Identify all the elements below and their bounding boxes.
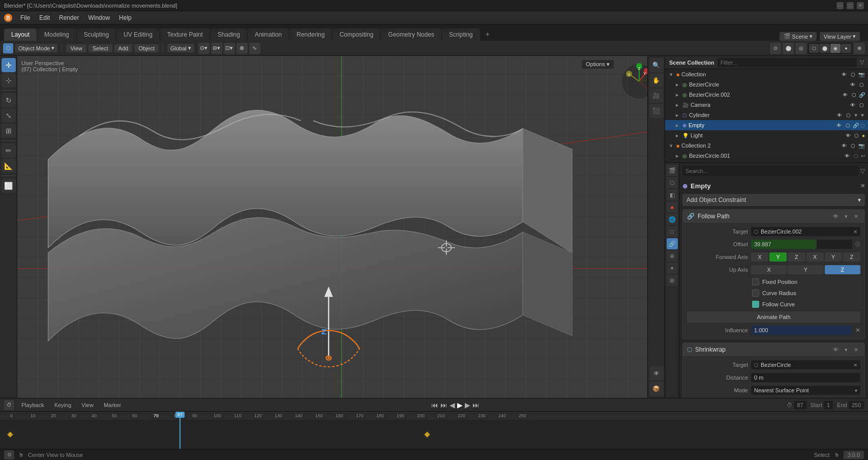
render-props-tab[interactable]: 🎬 xyxy=(667,165,678,176)
close-btn[interactable]: ✕ xyxy=(857,2,864,9)
keying-btn[interactable]: Keying xyxy=(51,401,75,409)
transport-last-btn[interactable]: ⏭ xyxy=(472,401,480,409)
scale-tool[interactable]: ⤡ xyxy=(2,108,16,123)
viewport-options-btn[interactable]: Options ▾ xyxy=(582,60,614,69)
render-region-tool[interactable]: ⬛ xyxy=(649,104,664,118)
scene-selector[interactable]: 🎬 Scene ▾ xyxy=(780,32,817,41)
pivot-btn[interactable]: ⊗ xyxy=(236,43,248,54)
xray-icon[interactable]: ◎ xyxy=(795,43,806,54)
viewport-icon[interactable]: ⬡ xyxy=(849,72,856,77)
follow-path-vis-btn[interactable]: 👁 xyxy=(831,213,841,220)
wireframe-btn[interactable]: ⬡ xyxy=(809,44,819,53)
tab-shading[interactable]: Shading xyxy=(211,28,247,41)
constraint-follow-path-header[interactable]: 🔗 Follow Path 👁 ▾ ✕ xyxy=(683,210,864,223)
arrow-icon[interactable]: ↩ xyxy=(861,153,865,159)
viewport-icon[interactable]: ⬡ xyxy=(845,112,852,118)
solid-btn[interactable]: ⬤ xyxy=(820,44,830,53)
vis-btn[interactable]: ∿ xyxy=(249,43,260,54)
snap-btn[interactable]: ⊙▾ xyxy=(198,43,209,54)
eye-icon[interactable]: 👁 xyxy=(841,72,848,77)
material-btn[interactable]: ◉ xyxy=(830,44,841,53)
transport-play-btn[interactable]: ▶ xyxy=(457,401,463,409)
view-btn[interactable]: View xyxy=(78,401,97,409)
transport-first-btn[interactable]: ⏮ xyxy=(431,401,438,409)
outliner-item-collection[interactable]: ▾ ■ Collection 👁 ⬡ 📷 xyxy=(665,69,868,79)
prop-close-btn[interactable]: ✕ xyxy=(860,183,865,189)
shading-icon[interactable]: ⊙ xyxy=(770,43,781,54)
follow-curve-checkbox[interactable]: ✓ xyxy=(752,301,759,308)
physics-props-tab[interactable]: ⊞ xyxy=(667,275,678,286)
eye-icon[interactable]: 👁 xyxy=(842,92,849,98)
constraint-icon[interactable]: 🔗 xyxy=(859,92,865,98)
measure-tool[interactable]: 📐 xyxy=(2,159,16,173)
overlay-icon[interactable]: ⬤ xyxy=(783,43,794,54)
outliner-item-beziercircle001[interactable]: ▸ ◎ BezierCircle.001 👁 ⬡ ↩ xyxy=(665,151,868,161)
zoom-tool[interactable]: 🔍 xyxy=(649,58,664,72)
cursor-tool[interactable]: ✛ xyxy=(2,58,16,72)
menu-edit[interactable]: Edit xyxy=(35,13,54,22)
global-dropdown[interactable]: Global ▾ xyxy=(167,44,194,52)
outliner-filter-btn[interactable]: ▽ xyxy=(860,59,864,66)
follow-path-chevron[interactable]: ▾ xyxy=(843,213,850,220)
axis-nz1-btn[interactable]: Z xyxy=(843,252,860,262)
tab-uv-editing[interactable]: UV Editing xyxy=(116,28,160,41)
up-axis-x-btn[interactable]: X xyxy=(751,265,787,274)
particles-props-tab[interactable]: ✦ xyxy=(667,263,678,274)
world-props-tab[interactable]: 🌐 xyxy=(667,214,678,225)
eye-icon[interactable]: 👁 xyxy=(849,82,856,88)
status-left-icon[interactable]: ⚙ xyxy=(4,450,14,459)
menu-file[interactable]: File xyxy=(16,13,34,22)
tab-modeling[interactable]: Modeling xyxy=(37,28,76,41)
view-btn[interactable]: View xyxy=(66,44,86,52)
viewport-icon[interactable]: ⬡ xyxy=(858,82,865,88)
object-mode-dropdown[interactable]: Object Mode ▾ xyxy=(15,44,57,52)
render-icon[interactable]: 📷 xyxy=(858,72,865,77)
outliner-item-light[interactable]: ▸ 💡 Light 👁 ⬡ ● xyxy=(665,130,868,140)
eye-icon[interactable]: 👁 xyxy=(849,102,856,108)
cam-tool[interactable]: 🎥 xyxy=(649,89,664,103)
transport-prev-key-btn[interactable]: ⏭ xyxy=(440,401,447,409)
eye-icon[interactable]: 👁 xyxy=(844,153,851,159)
up-axis-y-btn[interactable]: Y xyxy=(788,265,823,274)
eye-icon[interactable]: 👁 xyxy=(835,123,843,128)
scene-props-tab[interactable]: 🔺 xyxy=(667,202,678,213)
prop-search-input[interactable] xyxy=(682,166,858,176)
shrinkwrap-close[interactable]: ✕ xyxy=(852,346,860,354)
eye-icon[interactable]: 👁 xyxy=(845,133,852,138)
modifier-props-tab[interactable]: ⊕ xyxy=(667,250,678,262)
transport-step-fwd-btn[interactable]: ▶ xyxy=(465,401,470,409)
add-btn[interactable]: Add xyxy=(114,44,133,52)
prop-filter-icon[interactable]: ▽ xyxy=(860,167,865,175)
influence-x-btn[interactable]: ✕ xyxy=(855,327,860,334)
sw-target-clear[interactable]: ✕ xyxy=(853,362,857,368)
curve-radius-checkbox[interactable] xyxy=(752,290,759,297)
outliner-item-beziercircle002[interactable]: ▸ ◎ BezierCircle.002 👁 ⬡ 🔗 xyxy=(665,90,868,100)
constraint-icon3[interactable]: 🔗 xyxy=(853,123,859,128)
constraint-icon2[interactable]: ▼ xyxy=(853,112,858,118)
shape-icon[interactable]: ▼ xyxy=(860,112,865,118)
obj-visibility-tool[interactable]: 👁 xyxy=(649,366,664,381)
transport-step-back-btn[interactable]: ◀ xyxy=(450,401,455,409)
output-props-tab[interactable]: ⬡ xyxy=(667,177,678,188)
outliner-search[interactable] xyxy=(717,58,857,67)
current-frame-field[interactable]: 87 xyxy=(794,401,806,409)
axis-ny1-btn[interactable]: Y xyxy=(825,252,842,262)
sw-target-field[interactable]: ⬡ BezierCircle ✕ xyxy=(751,360,860,369)
proportional-btn[interactable]: ⊖▾ xyxy=(211,43,222,54)
viewport-icon[interactable]: ⬡ xyxy=(850,92,857,98)
menu-render[interactable]: Render xyxy=(55,13,83,22)
add-cube-tool[interactable]: ⬜ xyxy=(2,179,16,193)
fixed-pos-checkbox[interactable] xyxy=(752,278,759,285)
viewport-icon[interactable]: ⬡ xyxy=(858,102,865,108)
animate-path-btn[interactable]: Animate Path xyxy=(687,311,860,323)
start-frame-field[interactable]: 1 xyxy=(824,401,833,409)
viewport-3d[interactable]: Z User Perspective (87) Collection | Emp… xyxy=(17,56,665,398)
up-axis-z-btn[interactable]: Z xyxy=(825,265,860,274)
outliner-item-beziercircle[interactable]: ▸ ◎ BezierCircle 👁 ⬡ xyxy=(665,79,868,90)
viewport-icon[interactable]: ⬡ xyxy=(849,143,856,149)
timeline-scrubber[interactable]: 0 10 20 30 40 50 60 70 80 90 100 110 120… xyxy=(0,412,868,449)
move-tool[interactable]: ⊹ xyxy=(2,73,16,88)
playback-btn[interactable]: Playback xyxy=(18,401,47,409)
light-data-icon[interactable]: ● xyxy=(862,133,865,138)
axis-y1-btn[interactable]: Y xyxy=(769,252,787,262)
